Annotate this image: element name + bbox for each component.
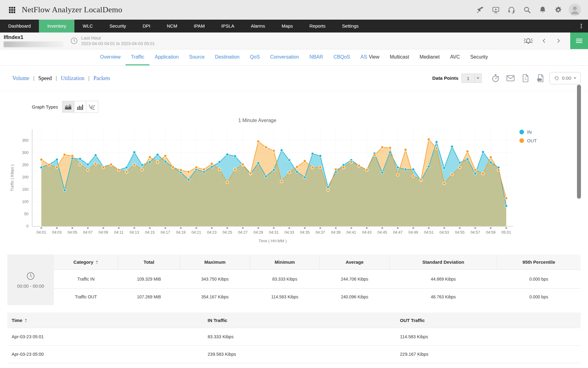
chevron-right-icon[interactable] bbox=[555, 37, 562, 44]
tab-source[interactable]: Source bbox=[184, 49, 210, 65]
area-chart-icon bbox=[64, 104, 72, 110]
envelope-icon[interactable] bbox=[506, 74, 515, 83]
nav-item-ipsla[interactable]: IPSLA bbox=[213, 20, 243, 33]
svg-text:04:43: 04:43 bbox=[362, 230, 371, 235]
user-avatar-icon[interactable] bbox=[568, 3, 581, 16]
summary-cell: 83.333 Kibps bbox=[250, 270, 319, 289]
rocket-icon[interactable] bbox=[476, 6, 484, 14]
svg-text:04:03: 04:03 bbox=[52, 230, 62, 235]
summary-cell: 354.167 Kibps bbox=[180, 289, 250, 305]
tab-security[interactable]: Security bbox=[465, 49, 493, 65]
refresh-schedule-button[interactable]: 0:00 bbox=[549, 72, 581, 84]
kebab-menu-icon[interactable] bbox=[578, 22, 584, 30]
detail-header-row: TimeIN TrafficOUT Traffic bbox=[7, 312, 581, 328]
svg-text:50: 50 bbox=[24, 212, 28, 216]
view-speed[interactable]: Speed bbox=[38, 75, 52, 82]
sub-header: IfIndex1 Last Hour 2023-04-03 04:01 to 2… bbox=[0, 33, 588, 49]
nav-item-settings[interactable]: Settings bbox=[334, 20, 367, 33]
summary-col-category[interactable]: Category bbox=[54, 255, 118, 270]
tab-overview[interactable]: Overview bbox=[95, 49, 126, 65]
data-points-value: 1 bbox=[462, 76, 474, 81]
tab-destination[interactable]: Destination bbox=[210, 49, 245, 65]
svg-text:300: 300 bbox=[22, 151, 28, 155]
pdf-icon[interactable] bbox=[521, 74, 530, 83]
stopwatch-icon[interactable] bbox=[491, 74, 500, 83]
summary-cell: 0.000 bps bbox=[497, 289, 581, 305]
nav-item-wlc[interactable]: WLC bbox=[74, 20, 101, 33]
summary-col-standard-deviation: Standard Deviation bbox=[390, 255, 497, 270]
headset-icon[interactable] bbox=[507, 6, 515, 14]
tab-conversation[interactable]: Conversation bbox=[265, 49, 304, 65]
graph-types-label: Graph Types bbox=[32, 104, 58, 109]
nav-item-ipam[interactable]: IPAM bbox=[186, 20, 213, 33]
nav-item-dpi[interactable]: DPI bbox=[134, 20, 159, 33]
svg-text:05:01: 05:01 bbox=[501, 230, 511, 235]
detail-cell: 281.250 Kibps bbox=[396, 363, 581, 368]
time-period[interactable]: Last Hour 2023-04-03 04:01 to 2023-04-03… bbox=[81, 35, 155, 46]
graph-type-bar-chart-button[interactable] bbox=[74, 101, 86, 113]
tab-multicast[interactable]: Multicast bbox=[385, 49, 414, 65]
search-icon[interactable] bbox=[523, 6, 531, 14]
hamburger-icon bbox=[575, 36, 584, 45]
summary-col-minimum: Minimum bbox=[250, 255, 319, 270]
vertical-scrollbar[interactable] bbox=[577, 85, 581, 199]
summary-cell: 343.750 Kibps bbox=[180, 270, 250, 289]
svg-text:04:49: 04:49 bbox=[409, 230, 418, 235]
caret-down-icon bbox=[574, 77, 576, 79]
side-menu-button[interactable] bbox=[570, 33, 588, 49]
nav-item-dashboard[interactable]: Dashboard bbox=[0, 20, 39, 33]
svg-text:04:25: 04:25 bbox=[223, 230, 232, 235]
metric-view-links: Volume|Speed|Utilization|Packets bbox=[12, 75, 110, 82]
detail-section: TimeIN TrafficOUT TrafficApr-03-23 05:01… bbox=[7, 312, 581, 368]
nav-item-maps[interactable]: Maps bbox=[273, 20, 301, 33]
app-title: NetFlow Analyzer LocalDemo bbox=[22, 5, 122, 14]
app-grid-icon[interactable] bbox=[8, 6, 16, 14]
tab-avc[interactable]: AVC bbox=[445, 49, 465, 65]
view-utilization[interactable]: Utilization bbox=[61, 75, 84, 82]
csv-icon[interactable]: CSV bbox=[536, 74, 545, 83]
svg-text:04:29: 04:29 bbox=[254, 230, 263, 235]
tab-cbqos[interactable]: CBQoS bbox=[328, 49, 355, 65]
nav-item-ncm[interactable]: NCM bbox=[159, 20, 186, 33]
graph-type-area-chart-button[interactable] bbox=[62, 101, 74, 113]
summary-col-total: Total bbox=[118, 255, 180, 270]
legend-label: OUT bbox=[527, 138, 537, 143]
entity-block: IfIndex1 bbox=[4, 34, 66, 47]
data-points-select[interactable]: 1 bbox=[462, 74, 482, 83]
summary-table: CategoryTotalMaximumMinimumAverageStanda… bbox=[54, 255, 581, 305]
legend-item-out[interactable]: OUT bbox=[519, 138, 537, 143]
tab-traffic[interactable]: Traffic bbox=[126, 49, 149, 65]
detail-cell: 114.583 Kibps bbox=[396, 328, 581, 346]
nav-item-security[interactable]: Security bbox=[101, 20, 134, 33]
legend-item-in[interactable]: IN bbox=[519, 129, 537, 135]
presentation-play-icon[interactable] bbox=[492, 6, 500, 14]
detail-col-time[interactable]: Time bbox=[7, 312, 203, 328]
tab-medianet[interactable]: Medianet bbox=[414, 49, 445, 65]
svg-text:Time ( HH:MM ): Time ( HH:MM ) bbox=[258, 239, 287, 243]
gear-icon[interactable] bbox=[554, 6, 562, 14]
tab-nbar[interactable]: NBAR bbox=[304, 49, 328, 65]
view-volume[interactable]: Volume bbox=[12, 75, 29, 82]
summary-cell: Traffic OUT bbox=[54, 289, 118, 305]
summary-cell: 48.763 Kibps bbox=[390, 289, 497, 305]
svg-text:CSV: CSV bbox=[537, 79, 541, 81]
view-packets[interactable]: Packets bbox=[93, 75, 110, 82]
bell-icon[interactable] bbox=[539, 6, 547, 14]
view-separator: | bbox=[33, 75, 34, 81]
nav-item-inventory[interactable]: Inventory bbox=[39, 20, 74, 33]
svg-text:250: 250 bbox=[22, 163, 28, 167]
nav-item-reports[interactable]: Reports bbox=[301, 20, 334, 33]
svg-text:04:41: 04:41 bbox=[346, 230, 356, 235]
svg-text:04:53: 04:53 bbox=[439, 230, 449, 235]
sort-icon bbox=[24, 319, 27, 323]
nav-items: DashboardInventoryWLCSecurityDPINCMIPAMI… bbox=[0, 20, 367, 33]
tab-application[interactable]: Application bbox=[149, 49, 184, 65]
nav-item-alarms[interactable]: Alarms bbox=[243, 20, 273, 33]
graph-type-buttons bbox=[62, 101, 98, 113]
chevron-left-icon[interactable] bbox=[541, 37, 548, 44]
tab-as-view[interactable]: ASView bbox=[355, 49, 385, 65]
graph-type-scatter-chart-button[interactable] bbox=[86, 101, 98, 113]
detail-cell: 83.333 Kibps bbox=[203, 328, 396, 346]
tab-qos[interactable]: QoS bbox=[245, 49, 265, 65]
alarm-flash-icon[interactable] bbox=[523, 36, 533, 45]
